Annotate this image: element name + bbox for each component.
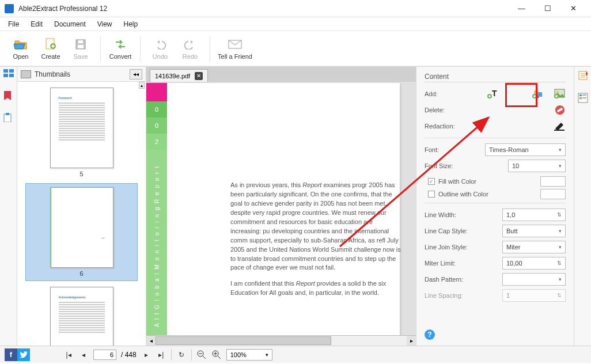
thumbnail-6[interactable]: — 6 xyxy=(25,183,138,281)
svg-rect-10 xyxy=(4,114,11,122)
bookmark-rail-button[interactable] xyxy=(3,91,14,100)
create-button[interactable]: Create xyxy=(37,34,65,64)
menu-view[interactable]: View xyxy=(92,18,118,30)
convert-icon xyxy=(113,37,127,51)
add-shape-icon[interactable] xyxy=(532,88,544,100)
linejoin-combobox[interactable]: Miter▾ xyxy=(502,241,566,253)
prev-page-button[interactable]: ◂ xyxy=(78,350,89,360)
folder-open-icon xyxy=(14,37,28,51)
page-total-label: / 448 xyxy=(121,351,137,359)
scroll-left-icon[interactable]: ◂ xyxy=(146,336,156,346)
horizontal-scrollbar[interactable]: ◂ ▸ xyxy=(146,335,416,346)
undo-button[interactable]: Undo xyxy=(146,34,174,64)
add-label: Add: xyxy=(425,90,472,97)
outline-color-checkbox[interactable] xyxy=(428,191,435,198)
menu-help[interactable]: Help xyxy=(118,18,144,30)
dash-combobox[interactable]: ▾ xyxy=(502,273,566,286)
first-page-button[interactable]: |◂ xyxy=(63,350,74,360)
save-label: Save xyxy=(73,53,88,60)
miterlimit-input[interactable]: 10,00⇅ xyxy=(502,257,566,270)
status-bar: f |◂ ◂ / 448 ▸ ▸| ↻ 100%▾ xyxy=(0,346,591,363)
redo-label: Redo xyxy=(183,53,198,60)
properties-rail-button[interactable] xyxy=(578,70,588,82)
linecap-combobox[interactable]: Butt▾ xyxy=(502,225,566,237)
convert-button[interactable]: Convert xyxy=(107,34,134,64)
content-section-title: Content xyxy=(425,73,566,82)
thumbnail-7[interactable]: Acknowledgements xyxy=(25,287,138,346)
document-tab[interactable]: 141639e.pdf ✕ xyxy=(150,69,208,82)
facebook-button[interactable]: f xyxy=(5,348,17,361)
menu-document[interactable]: Document xyxy=(48,18,92,30)
toolbar-separator xyxy=(140,36,141,62)
right-rail xyxy=(574,67,591,346)
floppy-icon xyxy=(74,37,88,51)
font-combobox[interactable]: Times-Roman▾ xyxy=(485,143,566,156)
svg-rect-27 xyxy=(582,94,586,96)
tab-label: 141639e.pdf xyxy=(155,73,190,79)
title-bar: Able2Extract Professional 12 — ☐ ✕ xyxy=(0,0,591,17)
help-icon[interactable]: ? xyxy=(425,329,435,340)
delete-label: Delete: xyxy=(425,107,472,113)
document-text: As in previous years, this Report examin… xyxy=(230,181,403,298)
window-title: Able2Extract Professional 12 xyxy=(18,5,509,13)
undo-label: Undo xyxy=(153,53,168,60)
page-number-input[interactable] xyxy=(93,350,116,360)
add-image-icon[interactable] xyxy=(554,88,566,100)
redo-button[interactable]: Redo xyxy=(176,34,204,64)
linewidth-input[interactable]: 1,0⇅ xyxy=(502,208,566,221)
next-page-button[interactable]: ▸ xyxy=(141,350,151,360)
close-button[interactable]: ✕ xyxy=(560,1,586,17)
thumbnails-list[interactable]: ▴ Foreword 5 — 6 Acknowledgements xyxy=(17,82,146,346)
clipboard-rail-button[interactable] xyxy=(3,113,14,122)
tell-friend-button[interactable]: Tell a Friend xyxy=(216,34,254,64)
collapse-thumbs-button[interactable]: ◂◂ xyxy=(130,69,142,79)
fontsize-label: Font Size: xyxy=(425,162,472,169)
thumb-label: 6 xyxy=(79,270,83,277)
fill-color-checkbox[interactable]: ✓ xyxy=(428,178,435,185)
minimize-button[interactable]: — xyxy=(509,1,535,17)
redaction-icon[interactable] xyxy=(554,120,566,132)
fill-color-swatch[interactable] xyxy=(540,176,566,187)
toolbar-separator xyxy=(100,36,101,62)
form-rail-button[interactable] xyxy=(578,93,588,105)
scroll-right-icon[interactable]: ▸ xyxy=(407,336,416,346)
menu-bar: File Edit Document View Help xyxy=(0,17,591,31)
save-button[interactable]: Save xyxy=(67,34,94,64)
scroll-thumb[interactable] xyxy=(156,336,331,345)
linespacing-input[interactable]: 1⇅ xyxy=(502,289,566,302)
linecap-label: Line Cap Style: xyxy=(425,227,472,234)
tab-bar: 141639e.pdf ✕ xyxy=(146,67,416,82)
tab-close-icon[interactable]: ✕ xyxy=(195,72,203,80)
svg-rect-4 xyxy=(78,45,84,48)
thumbnails-rail-button[interactable] xyxy=(3,69,14,78)
outline-color-swatch[interactable] xyxy=(540,189,566,199)
zoom-in-button[interactable] xyxy=(211,350,222,360)
linejoin-label: Line Join Style: xyxy=(425,244,472,251)
page-nav: |◂ ◂ / 448 ▸ ▸| xyxy=(63,350,166,360)
linewidth-label: Line Width: xyxy=(425,211,472,218)
open-button[interactable]: Open xyxy=(7,34,35,64)
fontsize-combobox[interactable]: 10▾ xyxy=(508,160,566,172)
undo-icon xyxy=(153,37,167,51)
miterlimit-label: Miter Limit: xyxy=(425,260,472,267)
outline-color-label: Outline with Color xyxy=(438,191,488,198)
linespacing-label: Line Spacing: xyxy=(425,292,472,299)
document-viewport[interactable]: 0 0 2 A l l G l o b a l M o n i t o r i … xyxy=(146,82,416,346)
menu-file[interactable]: File xyxy=(2,18,25,30)
fill-color-label: Fill with Color xyxy=(438,178,476,185)
maximize-button[interactable]: ☐ xyxy=(535,1,560,17)
delete-icon[interactable] xyxy=(554,104,566,116)
thumb-scroll-up[interactable]: ▴ xyxy=(139,82,145,89)
file-new-icon xyxy=(44,37,58,51)
add-text-icon[interactable]: T xyxy=(487,88,499,100)
svg-rect-25 xyxy=(579,94,582,96)
svg-rect-7 xyxy=(9,69,14,73)
thumbnail-5[interactable]: Foreword 5 xyxy=(25,88,138,177)
twitter-button[interactable] xyxy=(17,348,30,361)
rotate-button[interactable]: ↻ xyxy=(176,350,187,360)
menu-edit[interactable]: Edit xyxy=(25,18,48,30)
toolbar-separator xyxy=(210,36,210,62)
zoom-out-button[interactable] xyxy=(196,350,207,360)
last-page-button[interactable]: ▸| xyxy=(156,350,166,360)
zoom-combobox[interactable]: 100%▾ xyxy=(226,349,272,361)
